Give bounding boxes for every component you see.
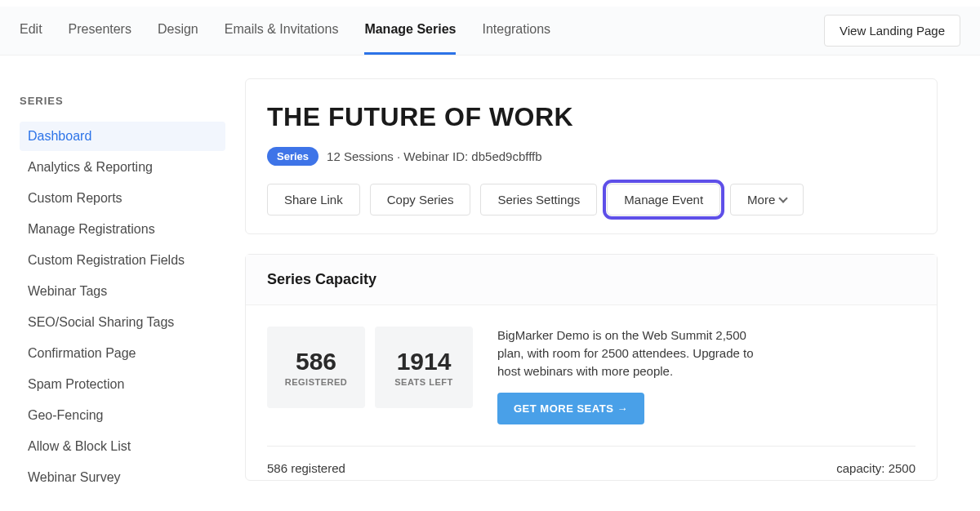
capacity-footer: 586 registered capacity: 2500: [267, 446, 915, 480]
sidebar-item-webinar-tags[interactable]: Webinar Tags: [20, 277, 225, 306]
chevron-down-icon: [779, 193, 788, 202]
capacity-title: Series Capacity: [267, 271, 915, 288]
capacity-body: 586 REGISTERED 1914 SEATS LEFT BigMarker…: [246, 305, 937, 446]
meta-row: Series 12 Sessions · Webinar ID: db5ed9c…: [267, 147, 915, 166]
registered-number: 586: [296, 348, 336, 375]
capacity-description-block: BigMarker Demo is on the Web Summit 2,50…: [483, 327, 915, 424]
sidebar-item-allow-block-list[interactable]: Allow & Block List: [20, 432, 225, 461]
tab-presenters[interactable]: Presenters: [69, 7, 131, 55]
registered-stat-box: 586 REGISTERED: [267, 327, 365, 408]
tab-emails-invitations[interactable]: Emails & Invitations: [225, 7, 339, 55]
sidebar-item-dashboard[interactable]: Dashboard: [20, 122, 225, 151]
get-more-seats-button[interactable]: GET MORE SEATS →: [497, 393, 644, 424]
sidebar-item-geo-fencing[interactable]: Geo-Fencing: [20, 401, 225, 430]
tab-design[interactable]: Design: [158, 7, 198, 55]
sidebar: SERIES Dashboard Analytics & Reporting C…: [0, 56, 245, 511]
main-navbar: Edit Presenters Design Emails & Invitati…: [0, 7, 980, 56]
sidebar-item-spam-protection[interactable]: Spam Protection: [20, 370, 225, 399]
nav-tabs: Edit Presenters Design Emails & Invitati…: [20, 7, 550, 55]
seats-left-label: SEATS LEFT: [394, 377, 452, 387]
sidebar-heading: SERIES: [20, 95, 225, 107]
copy-series-button[interactable]: Copy Series: [370, 184, 471, 216]
top-strip: [0, 0, 980, 7]
capacity-description: BigMarker Demo is on the Web Summit 2,50…: [497, 327, 775, 380]
sidebar-item-manage-registrations[interactable]: Manage Registrations: [20, 215, 225, 244]
seats-left-stat-box: 1914 SEATS LEFT: [375, 327, 473, 408]
series-capacity-card: Series Capacity 586 REGISTERED 1914 SEAT…: [245, 254, 938, 481]
sidebar-item-custom-reports[interactable]: Custom Reports: [20, 184, 225, 213]
capacity-footer-registered: 586 registered: [267, 461, 345, 475]
capacity-footer-capacity: capacity: 2500: [836, 461, 915, 475]
sidebar-item-confirmation-page[interactable]: Confirmation Page: [20, 339, 225, 368]
more-button[interactable]: More: [730, 184, 804, 216]
body: SERIES Dashboard Analytics & Reporting C…: [0, 56, 980, 511]
page-title: THE FUTURE OF WORK: [267, 102, 915, 132]
series-header-card: THE FUTURE OF WORK Series 12 Sessions · …: [245, 78, 938, 234]
sidebar-item-analytics-reporting[interactable]: Analytics & Reporting: [20, 153, 225, 182]
tab-integrations[interactable]: Integrations: [482, 7, 550, 55]
series-settings-button[interactable]: Series Settings: [480, 184, 597, 216]
tab-manage-series[interactable]: Manage Series: [364, 7, 456, 55]
series-meta-text: 12 Sessions · Webinar ID: db5ed9cbfffb: [327, 149, 542, 163]
main-content: THE FUTURE OF WORK Series 12 Sessions · …: [245, 56, 980, 511]
view-landing-page-button[interactable]: View Landing Page: [824, 15, 960, 47]
action-row: Share Link Copy Series Series Settings M…: [267, 184, 915, 216]
sidebar-item-custom-registration-fields[interactable]: Custom Registration Fields: [20, 246, 225, 275]
more-button-label: More: [747, 193, 775, 207]
capacity-header: Series Capacity: [246, 255, 937, 305]
sidebar-item-seo-social-sharing[interactable]: SEO/Social Sharing Tags: [20, 308, 225, 337]
share-link-button[interactable]: Share Link: [267, 184, 360, 216]
tab-edit[interactable]: Edit: [20, 7, 42, 55]
sidebar-item-webinar-survey[interactable]: Webinar Survey: [20, 463, 225, 492]
manage-event-button[interactable]: Manage Event: [607, 184, 720, 216]
registered-label: REGISTERED: [285, 377, 348, 387]
seats-left-number: 1914: [397, 348, 452, 375]
series-badge: Series: [267, 147, 318, 166]
